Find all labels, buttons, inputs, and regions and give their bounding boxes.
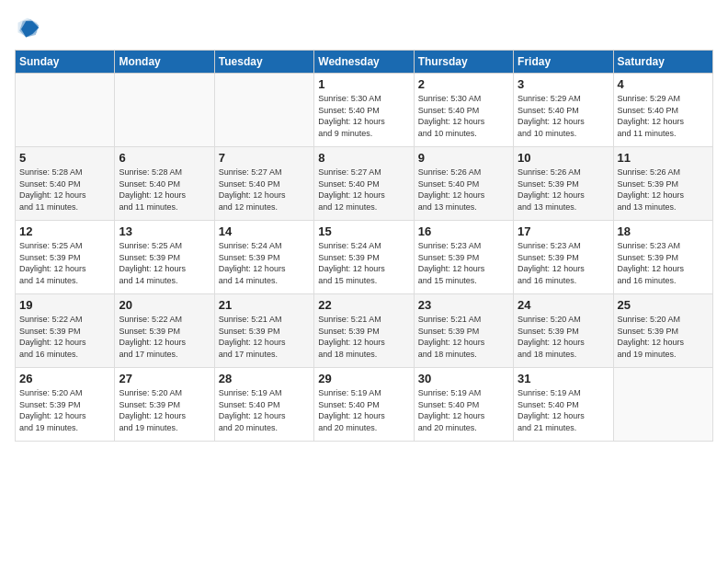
day-number: 31 — [518, 372, 609, 385]
day-number: 17 — [518, 224, 609, 238]
day-cell — [613, 368, 712, 442]
day-info: Sunrise: 5:29 AMSunset: 5:40 PMDaylight:… — [518, 94, 585, 138]
day-info: Sunrise: 5:22 AMSunset: 5:39 PMDaylight:… — [19, 315, 86, 359]
day-number: 7 — [219, 151, 310, 165]
day-cell: 14Sunrise: 5:24 AMSunset: 5:39 PMDayligh… — [214, 221, 313, 294]
day-number: 10 — [518, 151, 609, 165]
day-number: 27 — [119, 372, 210, 385]
day-cell: 31Sunrise: 5:19 AMSunset: 5:40 PMDayligh… — [514, 368, 613, 442]
day-info: Sunrise: 5:24 AMSunset: 5:39 PMDaylight:… — [219, 241, 286, 285]
day-number: 11 — [618, 151, 709, 165]
day-cell — [16, 74, 115, 147]
day-cell: 25Sunrise: 5:20 AMSunset: 5:39 PMDayligh… — [613, 294, 712, 368]
day-info: Sunrise: 5:26 AMSunset: 5:39 PMDaylight:… — [618, 167, 685, 212]
day-info: Sunrise: 5:20 AMSunset: 5:39 PMDaylight:… — [518, 315, 585, 359]
day-info: Sunrise: 5:20 AMSunset: 5:39 PMDaylight:… — [618, 315, 685, 359]
day-number: 20 — [119, 298, 210, 312]
day-info: Sunrise: 5:27 AMSunset: 5:40 PMDaylight:… — [318, 167, 385, 212]
day-number: 30 — [418, 372, 509, 385]
calendar: SundayMondayTuesdayWednesdayThursdayFrid… — [15, 50, 713, 442]
day-cell: 30Sunrise: 5:19 AMSunset: 5:40 PMDayligh… — [414, 368, 513, 442]
day-info: Sunrise: 5:24 AMSunset: 5:39 PMDaylight:… — [318, 241, 385, 285]
col-header-tuesday: Tuesday — [214, 51, 313, 74]
day-number: 6 — [119, 151, 210, 165]
day-cell: 27Sunrise: 5:20 AMSunset: 5:39 PMDayligh… — [115, 368, 214, 442]
day-number: 22 — [318, 298, 409, 312]
day-info: Sunrise: 5:21 AMSunset: 5:39 PMDaylight:… — [318, 315, 385, 359]
day-number: 15 — [318, 224, 409, 238]
col-header-sunday: Sunday — [16, 51, 115, 74]
day-info: Sunrise: 5:29 AMSunset: 5:40 PMDaylight:… — [618, 94, 685, 138]
day-number: 1 — [318, 77, 409, 91]
week-row-2: 5Sunrise: 5:28 AMSunset: 5:40 PMDaylight… — [16, 147, 713, 221]
day-cell: 6Sunrise: 5:28 AMSunset: 5:40 PMDaylight… — [115, 147, 214, 221]
day-info: Sunrise: 5:30 AMSunset: 5:40 PMDaylight:… — [318, 94, 385, 138]
col-header-friday: Friday — [514, 51, 613, 74]
day-number: 16 — [418, 224, 509, 238]
day-number: 2 — [418, 77, 509, 91]
col-header-wednesday: Wednesday — [314, 51, 414, 74]
logo-icon — [15, 15, 40, 40]
col-header-thursday: Thursday — [414, 51, 513, 74]
day-info: Sunrise: 5:23 AMSunset: 5:39 PMDaylight:… — [418, 241, 485, 285]
day-number: 8 — [318, 151, 409, 165]
day-info: Sunrise: 5:21 AMSunset: 5:39 PMDaylight:… — [418, 315, 485, 359]
day-number: 25 — [618, 298, 709, 312]
day-cell: 19Sunrise: 5:22 AMSunset: 5:39 PMDayligh… — [16, 294, 115, 368]
week-row-4: 19Sunrise: 5:22 AMSunset: 5:39 PMDayligh… — [16, 294, 713, 368]
day-info: Sunrise: 5:21 AMSunset: 5:39 PMDaylight:… — [219, 315, 286, 359]
day-info: Sunrise: 5:19 AMSunset: 5:40 PMDaylight:… — [219, 388, 286, 432]
day-info: Sunrise: 5:28 AMSunset: 5:40 PMDaylight:… — [19, 167, 86, 212]
day-info: Sunrise: 5:26 AMSunset: 5:39 PMDaylight:… — [518, 167, 585, 212]
day-info: Sunrise: 5:20 AMSunset: 5:39 PMDaylight:… — [19, 388, 86, 432]
logo — [15, 15, 44, 40]
day-cell: 16Sunrise: 5:23 AMSunset: 5:39 PMDayligh… — [414, 221, 513, 294]
day-number: 28 — [219, 372, 310, 385]
day-info: Sunrise: 5:25 AMSunset: 5:39 PMDaylight:… — [119, 241, 186, 285]
day-cell: 26Sunrise: 5:20 AMSunset: 5:39 PMDayligh… — [16, 368, 115, 442]
week-row-3: 12Sunrise: 5:25 AMSunset: 5:39 PMDayligh… — [16, 221, 713, 294]
day-number: 12 — [19, 224, 110, 238]
day-cell: 21Sunrise: 5:21 AMSunset: 5:39 PMDayligh… — [214, 294, 313, 368]
day-cell: 2Sunrise: 5:30 AMSunset: 5:40 PMDaylight… — [414, 74, 513, 147]
day-cell: 29Sunrise: 5:19 AMSunset: 5:40 PMDayligh… — [314, 368, 414, 442]
day-cell — [214, 74, 313, 147]
day-cell: 18Sunrise: 5:23 AMSunset: 5:39 PMDayligh… — [613, 221, 712, 294]
day-cell: 23Sunrise: 5:21 AMSunset: 5:39 PMDayligh… — [414, 294, 513, 368]
day-number: 13 — [119, 224, 210, 238]
day-cell: 10Sunrise: 5:26 AMSunset: 5:39 PMDayligh… — [514, 147, 613, 221]
day-cell: 22Sunrise: 5:21 AMSunset: 5:39 PMDayligh… — [314, 294, 414, 368]
day-info: Sunrise: 5:28 AMSunset: 5:40 PMDaylight:… — [119, 167, 186, 212]
day-cell: 13Sunrise: 5:25 AMSunset: 5:39 PMDayligh… — [115, 221, 214, 294]
day-cell: 12Sunrise: 5:25 AMSunset: 5:39 PMDayligh… — [16, 221, 115, 294]
day-info: Sunrise: 5:22 AMSunset: 5:39 PMDaylight:… — [119, 315, 186, 359]
day-info: Sunrise: 5:23 AMSunset: 5:39 PMDaylight:… — [618, 241, 685, 285]
week-row-1: 1Sunrise: 5:30 AMSunset: 5:40 PMDaylight… — [16, 74, 713, 147]
day-info: Sunrise: 5:25 AMSunset: 5:39 PMDaylight:… — [19, 241, 86, 285]
day-number: 21 — [219, 298, 310, 312]
day-number: 9 — [418, 151, 509, 165]
day-info: Sunrise: 5:23 AMSunset: 5:39 PMDaylight:… — [518, 241, 585, 285]
page: SundayMondayTuesdayWednesdayThursdayFrid… — [0, 0, 728, 563]
day-number: 18 — [618, 224, 709, 238]
col-header-saturday: Saturday — [613, 51, 712, 74]
day-cell: 15Sunrise: 5:24 AMSunset: 5:39 PMDayligh… — [314, 221, 414, 294]
day-number: 23 — [418, 298, 509, 312]
day-info: Sunrise: 5:19 AMSunset: 5:40 PMDaylight:… — [518, 388, 585, 432]
day-cell: 11Sunrise: 5:26 AMSunset: 5:39 PMDayligh… — [613, 147, 712, 221]
calendar-header-row: SundayMondayTuesdayWednesdayThursdayFrid… — [16, 51, 713, 74]
day-cell: 4Sunrise: 5:29 AMSunset: 5:40 PMDaylight… — [613, 74, 712, 147]
day-cell: 24Sunrise: 5:20 AMSunset: 5:39 PMDayligh… — [514, 294, 613, 368]
day-info: Sunrise: 5:19 AMSunset: 5:40 PMDaylight:… — [418, 388, 485, 432]
day-info: Sunrise: 5:20 AMSunset: 5:39 PMDaylight:… — [119, 388, 186, 432]
day-number: 14 — [219, 224, 310, 238]
day-number: 29 — [318, 372, 409, 385]
day-cell: 28Sunrise: 5:19 AMSunset: 5:40 PMDayligh… — [214, 368, 313, 442]
week-row-5: 26Sunrise: 5:20 AMSunset: 5:39 PMDayligh… — [16, 368, 713, 442]
header — [15, 15, 713, 40]
day-number: 5 — [19, 151, 110, 165]
day-cell: 5Sunrise: 5:28 AMSunset: 5:40 PMDaylight… — [16, 147, 115, 221]
day-number: 26 — [19, 372, 110, 385]
day-cell: 8Sunrise: 5:27 AMSunset: 5:40 PMDaylight… — [314, 147, 414, 221]
day-cell: 1Sunrise: 5:30 AMSunset: 5:40 PMDaylight… — [314, 74, 414, 147]
